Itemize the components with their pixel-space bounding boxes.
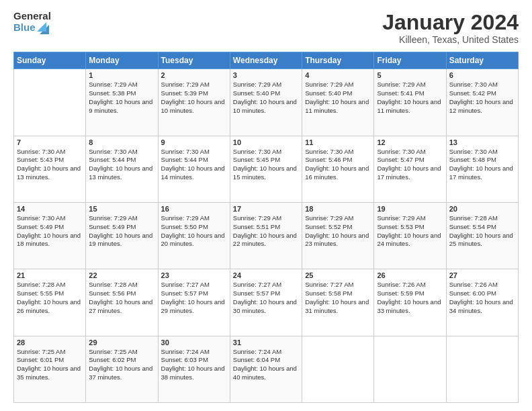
cell-content: Sunrise: 7:24 AMSunset: 6:03 PMDaylight:… [161, 348, 227, 382]
table-cell: 1Sunrise: 7:29 AMSunset: 5:38 PMDaylight… [86, 69, 158, 136]
cell-content: Sunrise: 7:30 AMSunset: 5:49 PMDaylight:… [17, 214, 83, 248]
day-number: 10 [233, 138, 299, 146]
day-number: 8 [89, 138, 154, 146]
day-number: 5 [377, 71, 443, 79]
table-cell [302, 336, 374, 402]
cell-content: Sunrise: 7:30 AMSunset: 5:44 PMDaylight:… [89, 148, 154, 182]
main-title: January 2024 [382, 11, 519, 34]
day-number: 2 [161, 71, 227, 79]
day-number: 25 [305, 271, 371, 279]
table-cell: 8Sunrise: 7:30 AMSunset: 5:44 PMDaylight… [86, 136, 158, 202]
day-number: 7 [17, 138, 83, 146]
cell-content: Sunrise: 7:30 AMSunset: 5:43 PMDaylight:… [17, 148, 83, 182]
table-cell: 18Sunrise: 7:29 AMSunset: 5:52 PMDayligh… [302, 202, 374, 269]
cell-content: Sunrise: 7:29 AMSunset: 5:40 PMDaylight:… [233, 81, 299, 115]
cell-content: Sunrise: 7:30 AMSunset: 5:46 PMDaylight:… [305, 148, 371, 182]
table-cell: 6Sunrise: 7:30 AMSunset: 5:42 PMDaylight… [446, 69, 518, 136]
day-number: 23 [161, 271, 227, 279]
header-sunday: Sunday [14, 52, 86, 69]
cell-content: Sunrise: 7:26 AMSunset: 5:59 PMDaylight:… [377, 281, 443, 315]
cell-content: Sunrise: 7:30 AMSunset: 5:48 PMDaylight:… [449, 148, 515, 182]
table-cell: 26Sunrise: 7:26 AMSunset: 5:59 PMDayligh… [374, 269, 446, 336]
header-friday: Friday [374, 52, 446, 69]
day-number: 13 [449, 138, 515, 146]
cell-content: Sunrise: 7:29 AMSunset: 5:41 PMDaylight:… [377, 81, 443, 115]
table-cell: 2Sunrise: 7:29 AMSunset: 5:39 PMDaylight… [158, 69, 230, 136]
table-cell: 19Sunrise: 7:29 AMSunset: 5:53 PMDayligh… [374, 202, 446, 269]
table-cell: 30Sunrise: 7:24 AMSunset: 6:03 PMDayligh… [158, 336, 230, 402]
header-monday: Monday [86, 52, 158, 69]
week-row-4: 21Sunrise: 7:28 AMSunset: 5:55 PMDayligh… [14, 269, 519, 336]
day-number: 22 [89, 271, 154, 279]
table-cell: 16Sunrise: 7:29 AMSunset: 5:50 PMDayligh… [158, 202, 230, 269]
day-number: 20 [449, 205, 515, 213]
header-saturday: Saturday [446, 52, 518, 69]
table-cell [446, 336, 518, 402]
week-row-3: 14Sunrise: 7:30 AMSunset: 5:49 PMDayligh… [14, 202, 519, 269]
header-wednesday: Wednesday [230, 52, 302, 69]
table-cell: 29Sunrise: 7:25 AMSunset: 6:02 PMDayligh… [86, 336, 158, 402]
cell-content: Sunrise: 7:28 AMSunset: 5:55 PMDaylight:… [17, 281, 83, 315]
table-cell: 14Sunrise: 7:30 AMSunset: 5:49 PMDayligh… [14, 202, 86, 269]
logo-general: General [13, 11, 51, 22]
cell-content: Sunrise: 7:30 AMSunset: 5:42 PMDaylight:… [449, 81, 515, 115]
table-cell [14, 69, 86, 136]
table-cell: 15Sunrise: 7:29 AMSunset: 5:49 PMDayligh… [86, 202, 158, 269]
cell-content: Sunrise: 7:24 AMSunset: 6:04 PMDaylight:… [233, 348, 299, 382]
table-cell: 31Sunrise: 7:24 AMSunset: 6:04 PMDayligh… [230, 336, 302, 402]
table-cell: 9Sunrise: 7:30 AMSunset: 5:44 PMDaylight… [158, 136, 230, 202]
calendar-table: Sunday Monday Tuesday Wednesday Thursday… [13, 52, 519, 403]
table-cell: 24Sunrise: 7:27 AMSunset: 5:57 PMDayligh… [230, 269, 302, 336]
table-cell: 25Sunrise: 7:27 AMSunset: 5:58 PMDayligh… [302, 269, 374, 336]
table-cell: 28Sunrise: 7:25 AMSunset: 6:01 PMDayligh… [14, 336, 86, 402]
day-number: 16 [161, 205, 227, 213]
header-thursday: Thursday [302, 52, 374, 69]
page: General Blue January 2024 Killeen, Texas… [0, 0, 532, 411]
week-row-1: 1Sunrise: 7:29 AMSunset: 5:38 PMDaylight… [14, 69, 519, 136]
weekday-header-row: Sunday Monday Tuesday Wednesday Thursday… [14, 52, 519, 69]
cell-content: Sunrise: 7:30 AMSunset: 5:45 PMDaylight:… [233, 148, 299, 182]
table-cell: 7Sunrise: 7:30 AMSunset: 5:43 PMDaylight… [14, 136, 86, 202]
day-number: 9 [161, 138, 227, 146]
cell-content: Sunrise: 7:29 AMSunset: 5:39 PMDaylight:… [161, 81, 227, 115]
day-number: 15 [89, 205, 154, 213]
table-cell: 21Sunrise: 7:28 AMSunset: 5:55 PMDayligh… [14, 269, 86, 336]
cell-content: Sunrise: 7:30 AMSunset: 5:47 PMDaylight:… [377, 148, 443, 182]
cell-content: Sunrise: 7:29 AMSunset: 5:53 PMDaylight:… [377, 214, 443, 248]
header-tuesday: Tuesday [158, 52, 230, 69]
day-number: 1 [89, 71, 154, 79]
table-cell: 3Sunrise: 7:29 AMSunset: 5:40 PMDaylight… [230, 69, 302, 136]
cell-content: Sunrise: 7:29 AMSunset: 5:51 PMDaylight:… [233, 214, 299, 248]
svg-marker-1 [37, 22, 46, 32]
week-row-5: 28Sunrise: 7:25 AMSunset: 6:01 PMDayligh… [14, 336, 519, 402]
day-number: 24 [233, 271, 299, 279]
day-number: 30 [161, 338, 227, 347]
cell-content: Sunrise: 7:29 AMSunset: 5:52 PMDaylight:… [305, 214, 371, 248]
cell-content: Sunrise: 7:25 AMSunset: 6:02 PMDaylight:… [89, 348, 154, 382]
table-cell: 5Sunrise: 7:29 AMSunset: 5:41 PMDaylight… [374, 69, 446, 136]
table-cell: 10Sunrise: 7:30 AMSunset: 5:45 PMDayligh… [230, 136, 302, 202]
table-cell: 12Sunrise: 7:30 AMSunset: 5:47 PMDayligh… [374, 136, 446, 202]
day-number: 12 [377, 138, 443, 146]
cell-content: Sunrise: 7:25 AMSunset: 6:01 PMDaylight:… [17, 348, 83, 382]
day-number: 27 [449, 271, 515, 279]
day-number: 11 [305, 138, 371, 146]
day-number: 6 [449, 71, 515, 79]
table-cell: 11Sunrise: 7:30 AMSunset: 5:46 PMDayligh… [302, 136, 374, 202]
table-cell: 20Sunrise: 7:28 AMSunset: 5:54 PMDayligh… [446, 202, 518, 269]
cell-content: Sunrise: 7:29 AMSunset: 5:38 PMDaylight:… [89, 81, 154, 115]
day-number: 31 [233, 338, 299, 347]
cell-content: Sunrise: 7:26 AMSunset: 6:00 PMDaylight:… [449, 281, 515, 315]
cell-content: Sunrise: 7:29 AMSunset: 5:50 PMDaylight:… [161, 214, 227, 248]
table-cell: 13Sunrise: 7:30 AMSunset: 5:48 PMDayligh… [446, 136, 518, 202]
cell-content: Sunrise: 7:27 AMSunset: 5:57 PMDaylight:… [233, 281, 299, 315]
table-cell: 22Sunrise: 7:28 AMSunset: 5:56 PMDayligh… [86, 269, 158, 336]
day-number: 28 [17, 338, 83, 347]
table-cell [374, 336, 446, 402]
logo-blue: Blue [13, 22, 51, 34]
day-number: 17 [233, 205, 299, 213]
day-number: 18 [305, 205, 371, 213]
day-number: 29 [89, 338, 154, 347]
day-number: 21 [17, 271, 83, 279]
title-block: January 2024 Killeen, Texas, United Stat… [382, 11, 519, 45]
